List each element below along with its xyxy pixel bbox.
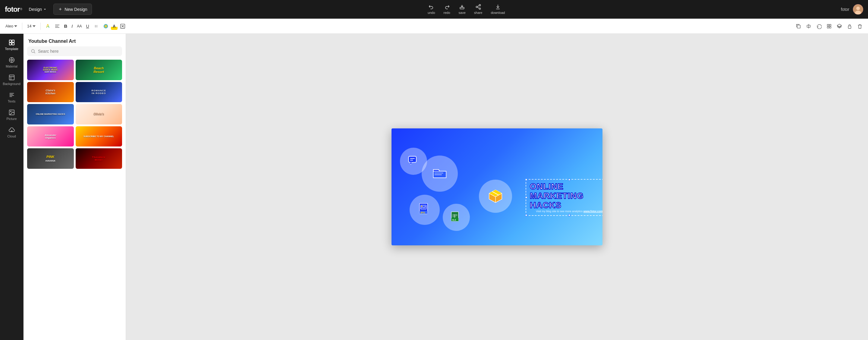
svg-rect-23 [830, 26, 831, 28]
svg-rect-28 [12, 40, 14, 42]
letter-spacing-button[interactable]: I I [92, 23, 101, 30]
highlight-color-button[interactable] [101, 22, 110, 30]
canvas-text-selection[interactable]: ONLINE MARKETING HACKS Visit my blog sit… [526, 179, 602, 216]
undo-icon [428, 4, 434, 10]
chevron-down-icon [43, 7, 47, 11]
template-thumb-4[interactable]: ROMANCEIN RODEO [76, 82, 122, 102]
text-effect-button[interactable] [118, 22, 127, 30]
redo-tool[interactable]: redo [444, 4, 450, 14]
svg-marker-50 [410, 162, 412, 164]
rotate-button[interactable] [814, 22, 824, 30]
font-size-group: 14 [25, 23, 37, 30]
search-box [27, 47, 122, 56]
delete-button[interactable] [855, 22, 864, 30]
share-icon [475, 4, 481, 10]
svg-text:XLS: XLS [452, 219, 456, 221]
new-design-label: New Design [64, 7, 87, 12]
canvas-subtitle: Visit my blog site to see more analytics… [536, 210, 602, 213]
handle-tm[interactable] [568, 179, 570, 181]
font-size-label: 14 [27, 24, 31, 28]
save-icon [459, 4, 465, 10]
design-dropdown[interactable]: Design [26, 5, 50, 13]
panel-title: Youtube Channel Art [24, 34, 126, 47]
sidebar-item-template[interactable]: Template [0, 37, 23, 53]
lock-button[interactable] [845, 22, 854, 30]
package-icon [487, 188, 504, 204]
svg-rect-22 [827, 26, 829, 28]
xls-icon: XLS [450, 211, 463, 224]
italic-button[interactable]: I [70, 22, 74, 30]
handle-tl[interactable] [525, 179, 527, 181]
font-size-dropdown-icon [33, 25, 36, 27]
toolbar: Aleo 14 A B I AA U I [0, 19, 868, 34]
template-thumb-1[interactable]: ELECTRONICDANCE MUSICEDR MIXES [27, 60, 74, 80]
font-family-selector[interactable]: Aleo [4, 23, 19, 30]
fotor-logo: fotor ® [5, 5, 22, 13]
separator [40, 23, 41, 30]
sidebar-item-texts[interactable]: Texts [0, 89, 23, 105]
template-thumb-7[interactable]: AlexanderOrganics [27, 126, 74, 147]
font-color-button[interactable]: A [44, 22, 52, 30]
svg-point-2 [479, 8, 480, 9]
new-design-button[interactable]: ＋ New Design [53, 4, 92, 15]
copy-button[interactable] [794, 22, 803, 30]
folder-icon [432, 165, 448, 182]
right-toolbar [794, 22, 864, 30]
canvas[interactable]: JPG XLS [392, 128, 602, 245]
undo-tool[interactable]: undo [428, 4, 435, 14]
save-tool[interactable]: save [459, 4, 466, 14]
font-family-group: Aleo [4, 23, 19, 30]
user-name: fotor [841, 7, 849, 12]
background-icon [8, 74, 15, 81]
svg-rect-27 [9, 40, 11, 42]
svg-text:JPG: JPG [421, 211, 425, 214]
search-icon [31, 49, 36, 54]
align-distribute-button[interactable] [804, 22, 813, 30]
canvas-main-title: ONLINE MARKETING HACKS [530, 182, 602, 210]
download-tool[interactable]: download [491, 4, 505, 14]
avatar-image [853, 4, 863, 14]
svg-line-3 [477, 7, 479, 8]
svg-point-32 [11, 59, 13, 61]
underline-button[interactable]: U [84, 23, 91, 30]
sidebar-item-picture[interactable]: Picture [0, 107, 23, 123]
svg-line-46 [34, 52, 35, 53]
canvas-area: JPG XLS [126, 34, 868, 340]
plus-icon: ＋ [58, 6, 63, 12]
template-thumb-10[interactable]: TheodoreMiller [76, 148, 122, 169]
search-input[interactable] [38, 49, 119, 54]
sidebar-item-cloud[interactable]: Cloud [0, 124, 23, 141]
avatar[interactable] [853, 4, 863, 14]
svg-point-43 [10, 111, 11, 112]
svg-line-4 [477, 5, 479, 6]
position-button[interactable] [825, 22, 834, 30]
svg-rect-37 [9, 75, 14, 80]
share-tool[interactable]: share [474, 4, 483, 14]
svg-point-1 [476, 6, 477, 8]
material-icon [8, 57, 15, 63]
bold-button[interactable]: B [62, 22, 69, 30]
template-thumb-6[interactable]: Olivia's [76, 104, 122, 124]
text-background-button[interactable]: A [111, 23, 118, 30]
svg-rect-21 [830, 24, 831, 26]
template-thumb-3[interactable]: Claire'sKitchen [27, 82, 74, 102]
template-thumb-2[interactable]: BeachResort [76, 60, 122, 80]
text-size-button[interactable]: AA [75, 23, 84, 30]
highlight-icon [103, 24, 108, 29]
svg-point-0 [479, 4, 480, 6]
layers-button[interactable] [835, 22, 844, 30]
svg-text:I: I [96, 24, 97, 28]
template-thumb-5[interactable]: ONLINE MARKETING HACKS [27, 104, 74, 124]
svg-point-45 [31, 50, 34, 53]
template-thumb-9[interactable]: PINKHAVANA [27, 148, 74, 169]
font-size-selector[interactable]: 14 [25, 23, 37, 30]
handle-ml[interactable] [525, 196, 527, 198]
template-thumb-8[interactable]: SUBSCRIBE TO MY CHANNEL [76, 126, 122, 147]
sidebar-item-material[interactable]: Material [0, 54, 23, 70]
handle-bl[interactable] [525, 214, 527, 216]
svg-text:I: I [95, 24, 96, 28]
handle-bm[interactable] [568, 214, 570, 216]
sidebar-item-background[interactable]: Background [0, 72, 23, 88]
text-align-button[interactable] [53, 23, 62, 30]
jpg-circle: JPG [410, 195, 440, 225]
